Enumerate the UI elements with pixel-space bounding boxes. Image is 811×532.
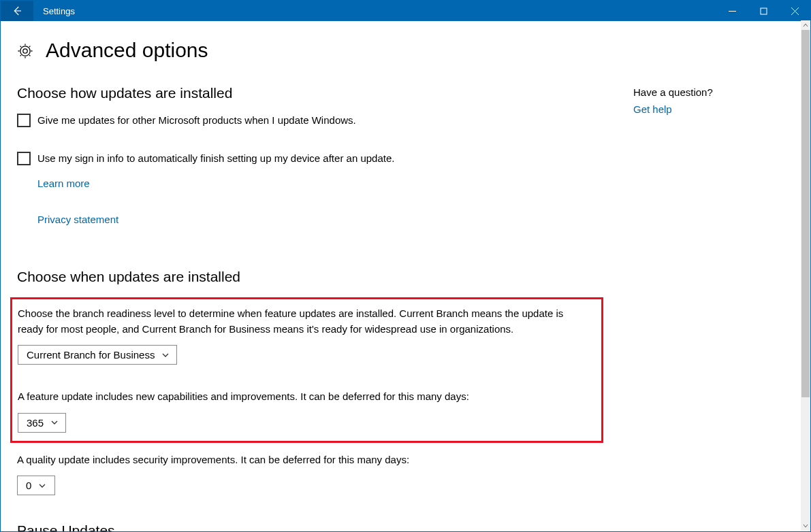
main-content: Advanced options Choose how updates are … (1, 21, 633, 531)
vertical-scrollbar[interactable] (801, 20, 810, 531)
privacy-statement-link[interactable]: Privacy statement (37, 214, 118, 225)
side-question: Have a question? (633, 86, 797, 98)
back-button[interactable] (1, 1, 33, 21)
branch-readiness-value: Current Branch for Business (27, 349, 155, 361)
scrollbar-thumb[interactable] (801, 30, 810, 397)
page-title: Advanced options (46, 39, 208, 62)
branch-readiness-description: Choose the branch readiness level to det… (18, 306, 576, 337)
close-button[interactable] (779, 1, 810, 21)
section-heading-pause: Pause Updates (17, 522, 617, 531)
svg-point-5 (23, 49, 27, 53)
chevron-down-icon (50, 418, 59, 427)
section-heading-install-when: Choose when updates are installed (17, 269, 617, 285)
minimize-icon (729, 7, 736, 15)
checkbox-other-products[interactable] (17, 114, 31, 127)
checkbox-other-products-label: Give me updates for other Microsoft prod… (37, 114, 356, 127)
scroll-up-arrow[interactable] (801, 20, 810, 30)
quality-update-description: A quality update includes security impro… (17, 452, 575, 468)
title-bar: Settings (1, 1, 810, 21)
maximize-button[interactable] (748, 1, 779, 21)
feature-update-description: A feature update includes new capabiliti… (18, 389, 576, 405)
svg-rect-2 (761, 8, 767, 14)
branch-readiness-dropdown[interactable]: Current Branch for Business (18, 345, 177, 365)
quality-defer-value: 0 (26, 480, 31, 491)
minimize-button[interactable] (716, 1, 748, 21)
checkbox-signin-finish[interactable] (17, 152, 31, 165)
scroll-down-arrow[interactable] (801, 521, 810, 531)
checkbox-signin-finish-label: Use my sign in info to automatically fin… (37, 152, 394, 165)
close-icon (791, 7, 799, 15)
side-panel: Have a question? Get help (633, 21, 810, 531)
chevron-down-icon (161, 351, 170, 359)
app-title: Settings (33, 1, 75, 21)
quality-defer-dropdown[interactable]: 0 (17, 476, 55, 495)
highlight-annotation: Choose the branch readiness level to det… (10, 297, 603, 443)
maximize-icon (760, 7, 767, 15)
gear-icon (17, 43, 33, 59)
feature-defer-value: 365 (27, 417, 44, 429)
feature-defer-dropdown[interactable]: 365 (18, 413, 66, 433)
get-help-link[interactable]: Get help (633, 103, 672, 115)
arrow-left-icon (11, 5, 23, 17)
section-heading-install-how: Choose how updates are installed (17, 85, 617, 101)
chevron-down-icon (38, 482, 46, 490)
chevron-up-icon (803, 22, 808, 28)
svg-point-6 (20, 46, 30, 56)
chevron-down-icon (803, 523, 808, 529)
learn-more-link[interactable]: Learn more (37, 178, 90, 189)
